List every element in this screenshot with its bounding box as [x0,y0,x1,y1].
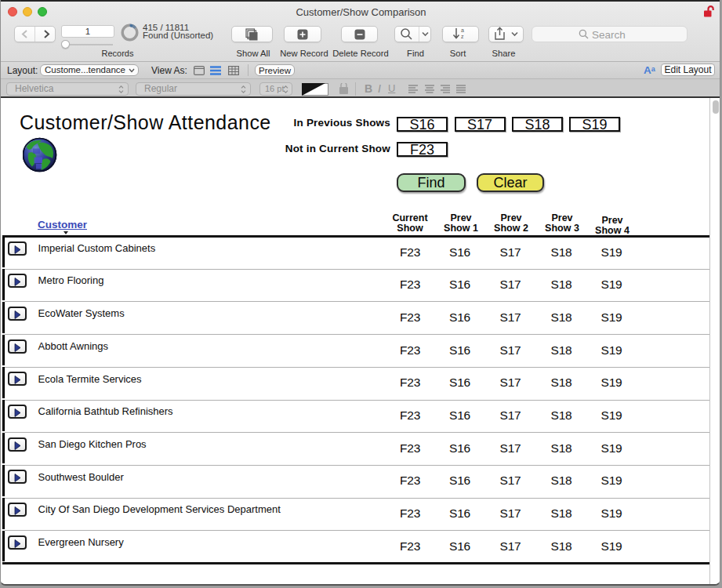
svg-text:a: a [461,27,464,33]
svg-text:z: z [461,34,464,39]
